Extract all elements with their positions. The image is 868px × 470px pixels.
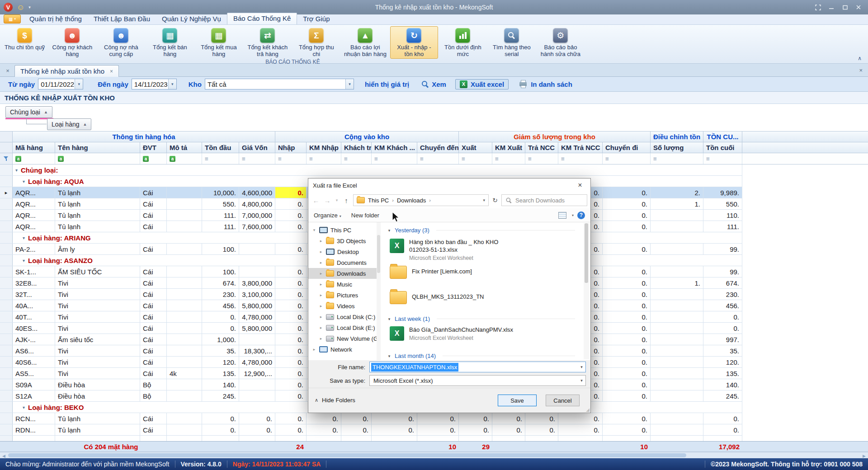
chevron-collapsed-icon[interactable]: ▸: [312, 347, 316, 352]
cell[interactable]: [167, 345, 202, 356]
menu-tab-1[interactable]: Quản trị hệ thống: [24, 14, 88, 24]
save-type-select[interactable]: Microsoft Excel (*.xlsx) ▾: [369, 375, 586, 386]
xuat-nhap-ton-kho-button[interactable]: ↻Xuất - nhập - tồn kho: [390, 26, 438, 59]
cell[interactable]: [651, 244, 703, 254]
cell[interactable]: [703, 436, 742, 441]
column-header-12[interactable]: Xuất: [459, 142, 492, 153]
file-group-header[interactable]: ▾Yesterday (3): [387, 227, 575, 234]
cell[interactable]: 3,100,000: [239, 289, 275, 300]
cell[interactable]: 456.: [202, 300, 239, 311]
cell[interactable]: 111.: [202, 221, 239, 232]
cell[interactable]: ẤM SIÊU TỐC: [55, 266, 140, 277]
resize-grip-icon[interactable]: ◢: [586, 407, 590, 412]
chevron-collapsed-icon[interactable]: ▸: [319, 282, 323, 287]
tabstrip-close-button[interactable]: ×: [4, 66, 12, 75]
equals-filter-icon[interactable]: =: [205, 155, 208, 162]
column-header-8[interactable]: KM Nhập: [307, 142, 341, 153]
cell[interactable]: 7,000,000: [239, 210, 275, 221]
equals-filter-icon[interactable]: =: [706, 155, 710, 162]
cell[interactable]: 99.: [703, 244, 742, 254]
cell[interactable]: 0.: [275, 334, 307, 345]
cell[interactable]: 0.: [603, 368, 651, 379]
cell[interactable]: AQR...: [13, 210, 55, 221]
cell[interactable]: 140.: [202, 379, 239, 390]
tree-item-documents[interactable]: ▸Documents: [308, 257, 381, 268]
cell[interactable]: 0.: [603, 277, 651, 288]
cell[interactable]: 0.: [239, 424, 275, 435]
cell[interactable]: 997.: [703, 334, 742, 345]
menu-tab-4[interactable]: Báo Cáo Thống Kê: [227, 13, 297, 24]
show-value-toggle[interactable]: hiển thị giá trị: [365, 80, 409, 88]
tree-item-local-disk-e-[interactable]: ▸Local Disk (E:): [308, 322, 381, 333]
cell[interactable]: Cái: [140, 244, 167, 254]
tree-item-videos[interactable]: ▸Videos: [308, 301, 381, 311]
cell[interactable]: 99.: [703, 266, 742, 277]
cell[interactable]: Cái: [140, 345, 167, 356]
group-collapse-icon[interactable]: ▾: [23, 258, 25, 263]
bao-cao-bao-hanh-sua-chua-button[interactable]: ⚙Báo cáo bảo hành sửa chữa: [537, 26, 585, 59]
equals-filter-icon[interactable]: =: [374, 155, 378, 162]
cell[interactable]: [167, 357, 202, 367]
cell[interactable]: RCN...: [13, 413, 55, 424]
cell[interactable]: 0.: [703, 311, 742, 322]
group-collapse-icon[interactable]: ▾: [15, 168, 18, 173]
chevron-collapsed-icon[interactable]: ▸: [319, 304, 323, 308]
cell[interactable]: Tủ lạnh: [55, 221, 140, 232]
cell[interactable]: [372, 436, 417, 441]
cell[interactable]: [417, 436, 459, 441]
smiley-icon[interactable]: ☺: [17, 4, 24, 11]
filter-cell-2[interactable]: a: [55, 153, 140, 164]
bao-cao-loi-nhuan-ban-hang-button[interactable]: ▲Báo cáo lợi nhuận bán hàng: [341, 26, 389, 59]
cell[interactable]: 0.: [603, 390, 651, 401]
chevron-down-icon[interactable]: ▾: [345, 79, 354, 89]
cell[interactable]: 0.: [275, 311, 307, 322]
cell[interactable]: 0.: [603, 300, 651, 311]
scrollbar-thumb[interactable]: [8, 453, 686, 457]
tree-item-this-pc[interactable]: ▾This PC: [308, 225, 381, 235]
cell[interactable]: [651, 300, 703, 311]
cell[interactable]: 0.: [603, 289, 651, 300]
cell[interactable]: 9,989.: [703, 187, 742, 198]
cell[interactable]: 100.: [202, 244, 239, 254]
cell[interactable]: 245.: [202, 390, 239, 401]
cell[interactable]: 0.: [603, 198, 651, 209]
table-row[interactable]: RDN...Tủ lạnhCái0.0.0.0.0.0.0.0.0.0.0.0.…: [0, 424, 742, 436]
cell[interactable]: [13, 436, 55, 441]
cell[interactable]: Cái: [140, 413, 167, 424]
cell[interactable]: 674.: [202, 277, 239, 288]
group-collapse-icon[interactable]: ▾: [23, 179, 25, 184]
cell[interactable]: 4,600,000: [239, 187, 275, 198]
cell[interactable]: [167, 244, 202, 254]
filter-cell-11[interactable]: =: [417, 153, 459, 164]
chevron-collapsed-icon[interactable]: ▸: [319, 239, 323, 243]
cell[interactable]: 0.: [603, 379, 651, 390]
forward-icon[interactable]: →: [323, 197, 332, 204]
app-menu-button[interactable]: ▦▾: [4, 14, 21, 24]
cell[interactable]: 245.: [703, 390, 742, 401]
table-row[interactable]: RCN...Tủ lạnhCái0.0.0.0.0.0.0.0.0.0.0.0.…: [0, 413, 742, 424]
print-list-button[interactable]: In danh sách: [519, 80, 572, 88]
cell[interactable]: 4,800,000: [239, 198, 275, 209]
export-excel-button[interactable]: X Xuất excel: [455, 79, 509, 89]
cell[interactable]: [167, 277, 202, 288]
from-date-input[interactable]: 01/11/2022 ▾: [38, 79, 83, 89]
cell[interactable]: 1.: [651, 198, 703, 209]
cell[interactable]: 4k: [167, 368, 202, 379]
cell[interactable]: S09A: [13, 379, 55, 390]
equals-filter-icon[interactable]: =: [278, 155, 282, 162]
filter-cell-18[interactable]: =: [703, 153, 742, 164]
cell[interactable]: [167, 323, 202, 334]
cell[interactable]: 4,780,000: [239, 357, 275, 367]
breadcrumb-this-pc[interactable]: This PC: [368, 197, 389, 204]
group-chip-loai-hang[interactable]: Loại hàng ▲: [47, 118, 91, 130]
cell[interactable]: 0.: [703, 424, 742, 435]
cell[interactable]: 0.: [603, 266, 651, 277]
cell[interactable]: Cái: [140, 424, 167, 435]
tong-ket-ban-hang-button[interactable]: ▦Tổng kết bán hàng: [146, 26, 194, 59]
cell[interactable]: 0.: [341, 424, 372, 435]
cell[interactable]: 550.: [703, 198, 742, 209]
cell[interactable]: 111.: [202, 210, 239, 221]
menu-tab-2[interactable]: Thiết Lập Ban Đầu: [88, 14, 156, 24]
cell[interactable]: 18,300,...: [239, 345, 275, 356]
chevron-down-icon[interactable]: ▾: [168, 79, 176, 89]
